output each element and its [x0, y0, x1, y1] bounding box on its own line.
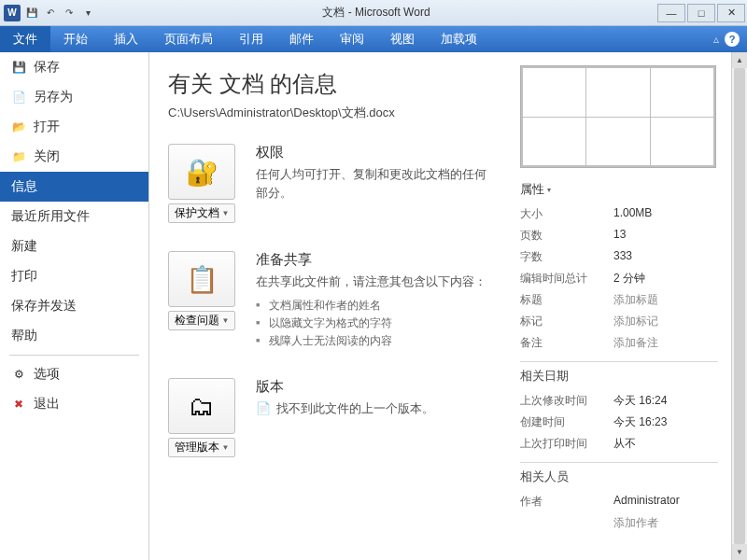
- prop-size-label: 大小: [520, 206, 613, 222]
- prop-printed-value: 从不: [613, 436, 636, 452]
- sidebar-item-exit[interactable]: ✖退出: [0, 389, 148, 419]
- backstage-view: 💾保存 📄另存为 📂打开 📁关闭 信息 最近所用文件 新建 打印 保存并发送 帮…: [0, 52, 747, 560]
- scroll-down-button[interactable]: ▼: [732, 544, 747, 560]
- minimize-button[interactable]: —: [657, 4, 685, 22]
- exit-icon: ✖: [11, 397, 26, 412]
- sidebar-separator: [9, 355, 139, 356]
- tab-references[interactable]: 引用: [226, 26, 276, 52]
- sidebar-item-recent[interactable]: 最近所用文件: [0, 202, 148, 231]
- backstage-sidebar: 💾保存 📄另存为 📂打开 📁关闭 信息 最近所用文件 新建 打印 保存并发送 帮…: [0, 52, 149, 560]
- sidebar-item-options[interactable]: ⚙选项: [0, 359, 148, 389]
- options-icon: ⚙: [11, 367, 26, 382]
- prop-modified-value: 今天 16:24: [613, 393, 667, 409]
- prop-created-label: 创建时间: [520, 414, 613, 430]
- prop-separator: [520, 462, 718, 463]
- prop-note-value[interactable]: 添加备注: [613, 335, 658, 351]
- check-issues-dropdown[interactable]: 检查问题▼: [168, 311, 235, 330]
- versions-desc: 📄找不到此文件的上一个版本。: [256, 399, 434, 418]
- issue-item: 以隐藏文字为格式的字符: [256, 315, 486, 332]
- protect-document-button[interactable]: 🔐: [168, 144, 235, 200]
- folder-open-icon: 📂: [11, 119, 26, 134]
- permissions-block: 🔐 保护文档▼ 权限 任何人均可打开、复制和更改此文档的任何部分。: [168, 144, 498, 223]
- prop-tag-label: 标记: [520, 314, 613, 329]
- prop-pages-value: 13: [613, 228, 626, 244]
- lock-key-icon: 🔐: [186, 157, 218, 188]
- tab-view[interactable]: 视图: [377, 26, 428, 52]
- prop-tag-value[interactable]: 添加标记: [613, 314, 658, 329]
- prop-title-label: 标题: [520, 292, 613, 308]
- chevron-down-icon: ▼: [222, 316, 230, 325]
- prop-edittime-value: 2 分钟: [613, 271, 645, 287]
- prop-size-value: 1.00MB: [613, 206, 652, 222]
- tab-insert[interactable]: 插入: [101, 26, 151, 52]
- info-main-column: 有关 文档 的信息 C:\Users\Administrator\Desktop…: [149, 52, 516, 560]
- info-heading: 有关 文档 的信息: [168, 69, 498, 99]
- sidebar-item-save[interactable]: 💾保存: [0, 52, 148, 82]
- ribbon-minimize-icon[interactable]: ▵: [713, 33, 719, 46]
- redo-icon[interactable]: ↷: [62, 6, 77, 21]
- prop-created-value: 今天 16:23: [613, 414, 667, 430]
- check-issues-button[interactable]: 📋: [168, 251, 235, 307]
- prepare-share-title: 准备共享: [256, 251, 486, 269]
- properties-header[interactable]: 属性▾: [520, 181, 718, 198]
- window-controls: — □ ✕: [657, 4, 747, 22]
- protect-document-dropdown[interactable]: 保护文档▼: [168, 203, 235, 223]
- save-disk-icon: 💾: [11, 60, 26, 75]
- sidebar-item-new[interactable]: 新建: [0, 231, 148, 261]
- sidebar-item-close[interactable]: 📁关闭: [0, 142, 148, 172]
- versions-title: 版本: [256, 378, 434, 396]
- checklist-icon: 📋: [186, 264, 218, 295]
- manage-versions-dropdown[interactable]: 管理版本▼: [168, 438, 235, 457]
- tab-home[interactable]: 开始: [50, 26, 101, 52]
- scroll-up-button[interactable]: ▲: [732, 52, 747, 68]
- share-issues-list: 文档属性和作者的姓名 以隐藏文字为格式的字符 残障人士无法阅读的内容: [256, 297, 486, 351]
- info-panel: 有关 文档 的信息 C:\Users\Administrator\Desktop…: [149, 52, 731, 560]
- help-icon[interactable]: ?: [725, 32, 740, 47]
- tab-layout[interactable]: 页面布局: [151, 26, 226, 52]
- doc-icon: 📄: [256, 401, 271, 415]
- maximize-button[interactable]: □: [687, 4, 715, 22]
- sidebar-item-open[interactable]: 📂打开: [0, 112, 148, 142]
- sidebar-item-info[interactable]: 信息: [0, 172, 148, 202]
- qat-more-icon[interactable]: ▾: [80, 6, 95, 21]
- saveas-icon: 📄: [11, 90, 26, 105]
- tab-file[interactable]: 文件: [0, 26, 50, 52]
- prop-author-value: Administrator: [613, 494, 680, 510]
- folder-close-icon: 📁: [11, 149, 26, 164]
- prepare-share-block: 📋 检查问题▼ 准备共享 在共享此文件前，请注意其包含以下内容： 文档属性和作者…: [168, 251, 498, 350]
- issue-item: 文档属性和作者的姓名: [256, 297, 486, 315]
- sidebar-item-print[interactable]: 打印: [0, 261, 148, 291]
- versions-block: 🗂 管理版本▼ 版本 📄找不到此文件的上一个版本。: [168, 378, 498, 457]
- document-preview-thumbnail[interactable]: [520, 65, 716, 168]
- related-people-header: 相关人员: [520, 469, 718, 485]
- permissions-title: 权限: [256, 144, 498, 161]
- ribbon-tabs: 文件 开始 插入 页面布局 引用 邮件 审阅 视图 加载项 ▵ ?: [0, 26, 747, 52]
- scroll-thumb[interactable]: [734, 68, 745, 544]
- chevron-down-icon: ▼: [222, 209, 230, 217]
- sidebar-item-saveas[interactable]: 📄另存为: [0, 82, 148, 112]
- vertical-scrollbar[interactable]: ▲ ▼: [731, 52, 747, 560]
- sidebar-item-help[interactable]: 帮助: [0, 321, 148, 351]
- prop-words-value: 333: [613, 249, 632, 265]
- undo-icon[interactable]: ↶: [43, 6, 58, 21]
- prop-title-value[interactable]: 添加标题: [613, 292, 658, 308]
- word-app-icon: W: [4, 5, 21, 21]
- permissions-desc: 任何人均可打开、复制和更改此文档的任何部分。: [256, 165, 498, 202]
- prop-pages-label: 页数: [520, 228, 613, 244]
- prop-edittime-label: 编辑时间总计: [520, 271, 613, 287]
- sidebar-item-savesend[interactable]: 保存并发送: [0, 291, 148, 321]
- chevron-down-icon: ▼: [222, 443, 230, 452]
- add-author-link[interactable]: 添加作者: [613, 515, 658, 531]
- tab-review[interactable]: 审阅: [327, 26, 377, 52]
- related-dates-header: 相关日期: [520, 368, 718, 385]
- tab-addins[interactable]: 加载项: [428, 26, 490, 52]
- document-path: C:\Users\Administrator\Desktop\文档.docx: [168, 105, 498, 121]
- prop-words-label: 字数: [520, 249, 613, 265]
- save-icon[interactable]: 💾: [24, 6, 39, 21]
- close-window-button[interactable]: ✕: [717, 4, 745, 22]
- tab-mailings[interactable]: 邮件: [276, 26, 327, 52]
- prop-printed-label: 上次打印时间: [520, 436, 613, 452]
- manage-versions-button[interactable]: 🗂: [168, 378, 235, 434]
- prop-modified-label: 上次修改时间: [520, 393, 613, 409]
- titlebar: W 💾 ↶ ↷ ▾ 文档 - Microsoft Word — □ ✕: [0, 0, 747, 26]
